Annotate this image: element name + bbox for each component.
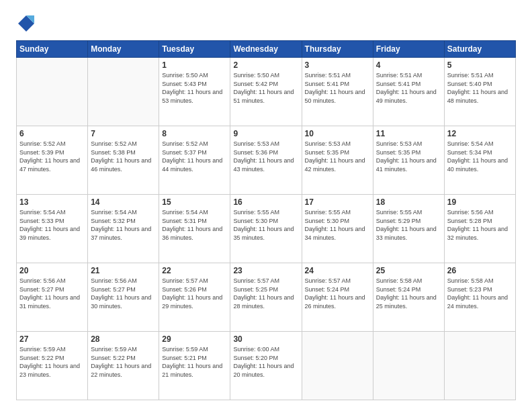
weekday-header-wednesday: Wednesday [230,41,302,58]
day-info: Sunrise: 5:52 AMSunset: 5:38 PMDaylight:… [91,140,156,173]
calendar-day-27: 27Sunrise: 5:59 AMSunset: 5:22 PMDayligh… [17,332,88,400]
day-number: 23 [233,266,298,275]
calendar-day-30: 30Sunrise: 6:00 AMSunset: 5:20 PMDayligh… [230,332,302,400]
day-number: 22 [162,266,227,275]
day-number: 20 [19,266,85,275]
day-info: Sunrise: 5:54 AMSunset: 5:33 PMDaylight:… [19,208,85,242]
day-info: Sunrise: 5:55 AMSunset: 5:29 PMDaylight:… [376,208,441,242]
calendar-day-23: 23Sunrise: 5:57 AMSunset: 5:25 PMDayligh… [230,263,302,332]
empty-day [373,332,444,400]
calendar-day-9: 9Sunrise: 5:53 AMSunset: 5:36 PMDaylight… [230,126,302,195]
day-info: Sunrise: 5:52 AMSunset: 5:39 PMDaylight:… [19,140,85,173]
day-info: Sunrise: 5:53 AMSunset: 5:35 PMDaylight:… [376,140,441,173]
day-info: Sunrise: 6:00 AMSunset: 5:20 PMDaylight:… [233,345,298,379]
calendar-day-13: 13Sunrise: 5:54 AMSunset: 5:33 PMDayligh… [17,195,88,263]
calendar-week-row: 13Sunrise: 5:54 AMSunset: 5:33 PMDayligh… [17,195,516,263]
day-number: 11 [376,129,441,138]
calendar-day-7: 7Sunrise: 5:52 AMSunset: 5:38 PMDaylight… [88,126,159,195]
calendar-day-3: 3Sunrise: 5:51 AMSunset: 5:41 PMDaylight… [302,58,373,126]
day-info: Sunrise: 5:58 AMSunset: 5:24 PMDaylight:… [376,277,441,310]
logo [16,13,39,34]
day-info: Sunrise: 5:54 AMSunset: 5:32 PMDaylight:… [91,208,156,242]
day-number: 9 [233,129,298,138]
calendar-day-19: 19Sunrise: 5:56 AMSunset: 5:28 PMDayligh… [444,195,515,263]
day-info: Sunrise: 5:59 AMSunset: 5:21 PMDaylight:… [162,345,227,379]
day-info: Sunrise: 5:50 AMSunset: 5:42 PMDaylight:… [233,71,298,105]
day-number: 26 [447,266,513,275]
weekday-header-friday: Friday [373,41,444,58]
day-number: 25 [376,266,441,275]
day-info: Sunrise: 5:55 AMSunset: 5:30 PMDaylight:… [233,208,298,242]
empty-day [88,58,159,126]
calendar-week-row: 1Sunrise: 5:50 AMSunset: 5:43 PMDaylight… [17,58,516,126]
day-number: 29 [162,334,227,344]
day-info: Sunrise: 5:58 AMSunset: 5:23 PMDaylight:… [447,277,513,310]
calendar-week-row: 27Sunrise: 5:59 AMSunset: 5:22 PMDayligh… [17,332,516,400]
page: SundayMondayTuesdayWednesdayThursdayFrid… [0,0,532,411]
weekday-header-sunday: Sunday [17,41,88,58]
day-info: Sunrise: 5:51 AMSunset: 5:41 PMDaylight:… [305,71,370,105]
calendar-day-11: 11Sunrise: 5:53 AMSunset: 5:35 PMDayligh… [373,126,444,195]
calendar-day-29: 29Sunrise: 5:59 AMSunset: 5:21 PMDayligh… [159,332,230,400]
calendar-day-14: 14Sunrise: 5:54 AMSunset: 5:32 PMDayligh… [88,195,159,263]
day-number: 8 [162,129,227,138]
calendar-day-24: 24Sunrise: 5:57 AMSunset: 5:24 PMDayligh… [302,263,373,332]
calendar-day-12: 12Sunrise: 5:54 AMSunset: 5:34 PMDayligh… [444,126,515,195]
weekday-header-tuesday: Tuesday [159,41,230,58]
day-number: 28 [91,334,156,344]
calendar-day-1: 1Sunrise: 5:50 AMSunset: 5:43 PMDaylight… [159,58,230,126]
calendar-day-28: 28Sunrise: 5:59 AMSunset: 5:22 PMDayligh… [88,332,159,400]
day-number: 19 [447,197,513,207]
calendar-week-row: 20Sunrise: 5:56 AMSunset: 5:27 PMDayligh… [17,263,516,332]
weekday-header-saturday: Saturday [444,41,515,58]
day-number: 2 [233,60,298,70]
day-info: Sunrise: 5:56 AMSunset: 5:27 PMDaylight:… [19,277,85,310]
calendar-day-8: 8Sunrise: 5:52 AMSunset: 5:37 PMDaylight… [159,126,230,195]
day-number: 14 [91,197,156,207]
calendar-table: SundayMondayTuesdayWednesdayThursdayFrid… [16,40,516,400]
day-info: Sunrise: 5:57 AMSunset: 5:26 PMDaylight:… [162,277,227,310]
day-number: 7 [91,129,156,138]
calendar-day-4: 4Sunrise: 5:51 AMSunset: 5:41 PMDaylight… [373,58,444,126]
day-number: 15 [162,197,227,207]
day-info: Sunrise: 5:53 AMSunset: 5:35 PMDaylight:… [305,140,370,173]
day-number: 4 [376,60,441,70]
day-info: Sunrise: 5:52 AMSunset: 5:37 PMDaylight:… [162,140,227,173]
day-number: 21 [91,266,156,275]
calendar-day-6: 6Sunrise: 5:52 AMSunset: 5:39 PMDaylight… [17,126,88,195]
calendar-day-26: 26Sunrise: 5:58 AMSunset: 5:23 PMDayligh… [444,263,515,332]
day-info: Sunrise: 5:51 AMSunset: 5:40 PMDaylight:… [447,71,513,105]
empty-day [17,58,88,126]
day-number: 27 [19,334,85,344]
weekday-header-thursday: Thursday [302,41,373,58]
day-info: Sunrise: 5:53 AMSunset: 5:36 PMDaylight:… [233,140,298,173]
calendar-day-2: 2Sunrise: 5:50 AMSunset: 5:42 PMDaylight… [230,58,302,126]
empty-day [444,332,515,400]
day-info: Sunrise: 5:59 AMSunset: 5:22 PMDaylight:… [19,345,85,379]
day-info: Sunrise: 5:57 AMSunset: 5:24 PMDaylight:… [305,277,370,310]
logo-icon [16,13,36,34]
day-info: Sunrise: 5:56 AMSunset: 5:28 PMDaylight:… [447,208,513,242]
day-number: 10 [305,129,370,138]
day-number: 12 [447,129,513,138]
day-number: 5 [447,60,513,70]
calendar-day-25: 25Sunrise: 5:58 AMSunset: 5:24 PMDayligh… [373,263,444,332]
day-info: Sunrise: 5:55 AMSunset: 5:30 PMDaylight:… [305,208,370,242]
day-number: 18 [376,197,441,207]
calendar-day-16: 16Sunrise: 5:55 AMSunset: 5:30 PMDayligh… [230,195,302,263]
day-info: Sunrise: 5:56 AMSunset: 5:27 PMDaylight:… [91,277,156,310]
day-info: Sunrise: 5:54 AMSunset: 5:31 PMDaylight:… [162,208,227,242]
day-info: Sunrise: 5:51 AMSunset: 5:41 PMDaylight:… [376,71,441,105]
calendar-day-15: 15Sunrise: 5:54 AMSunset: 5:31 PMDayligh… [159,195,230,263]
day-info: Sunrise: 5:50 AMSunset: 5:43 PMDaylight:… [162,71,227,105]
day-info: Sunrise: 5:57 AMSunset: 5:25 PMDaylight:… [233,277,298,310]
weekday-header-row: SundayMondayTuesdayWednesdayThursdayFrid… [17,41,516,58]
calendar-week-row: 6Sunrise: 5:52 AMSunset: 5:39 PMDaylight… [17,126,516,195]
day-number: 13 [19,197,85,207]
day-info: Sunrise: 5:54 AMSunset: 5:34 PMDaylight:… [447,140,513,173]
day-number: 6 [19,129,85,138]
calendar-day-18: 18Sunrise: 5:55 AMSunset: 5:29 PMDayligh… [373,195,444,263]
header [16,13,516,34]
calendar-day-10: 10Sunrise: 5:53 AMSunset: 5:35 PMDayligh… [302,126,373,195]
day-number: 24 [305,266,370,275]
